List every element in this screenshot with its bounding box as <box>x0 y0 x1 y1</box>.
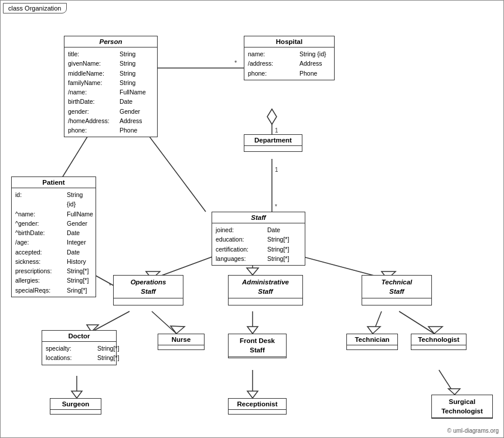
surgeon-class: Surgeon <box>50 398 101 415</box>
administrative-staff-title: Administrative Staff <box>229 276 302 298</box>
department-title: Department <box>244 135 302 146</box>
department-class: Department <box>244 134 302 152</box>
svg-marker-4 <box>267 109 277 124</box>
diagram-title: class Organization <box>3 3 67 13</box>
hospital-title: Hospital <box>244 36 334 47</box>
svg-text:*: * <box>234 59 237 66</box>
surgical-technologist-class: Surgical Technologist <box>431 395 493 419</box>
technologist-title: Technologist <box>411 334 466 345</box>
svg-line-28 <box>399 311 434 334</box>
svg-text:1: 1 <box>275 167 278 173</box>
surgeon-title: Surgeon <box>50 399 101 410</box>
svg-marker-33 <box>247 391 258 398</box>
hospital-class: Hospital name:String {id} /address:Addre… <box>244 36 335 80</box>
nurse-title: Nurse <box>158 334 204 345</box>
person-class: Person title:String givenName:String mid… <box>64 36 158 137</box>
patient-body: id:String {id} ^name:FullName ^gender:Ge… <box>12 188 96 297</box>
front-desk-staff-title: Front Desk Staff <box>229 334 286 357</box>
staff-class: Staff joined:Date education:String[*] ce… <box>212 212 305 266</box>
surgical-technologist-title: Surgical Technologist <box>432 395 492 418</box>
receptionist-class: Receptionist <box>228 398 287 415</box>
doctor-title: Doctor <box>42 331 116 342</box>
technician-class: Technician <box>346 334 398 350</box>
svg-line-22 <box>152 311 176 334</box>
doctor-body: specialty:String[*] locations:String[*] <box>42 342 116 365</box>
svg-marker-25 <box>247 327 258 334</box>
patient-title: Patient <box>12 177 96 188</box>
diagram-container: class Organization * * 1 * 1 * <box>0 0 504 438</box>
operations-staff-title: Operations Staff <box>114 276 183 298</box>
nurse-class: Nurse <box>158 334 205 350</box>
copyright: © uml-diagrams.org <box>447 427 499 434</box>
doctor-class: Doctor specialty:String[*] locations:Str… <box>42 330 117 365</box>
receptionist-title: Receptionist <box>229 399 286 410</box>
front-desk-staff-class: Front Desk Staff <box>228 334 287 358</box>
svg-line-34 <box>439 370 455 395</box>
technician-title: Technician <box>347 334 397 345</box>
svg-marker-23 <box>171 326 185 334</box>
svg-marker-35 <box>448 389 460 395</box>
patient-class: Patient id:String {id} ^name:FullName ^g… <box>11 176 96 297</box>
hospital-body: name:String {id} /address:Address phone:… <box>244 47 334 80</box>
department-body <box>244 146 302 150</box>
svg-marker-17 <box>247 268 258 275</box>
svg-line-20 <box>91 311 130 332</box>
person-body: title:String givenName:String middleName… <box>64 47 157 137</box>
person-title: Person <box>64 36 157 47</box>
technical-staff-title: Technical Staff <box>362 276 431 298</box>
staff-body: joined:Date education:String[*] certific… <box>212 223 305 265</box>
technical-staff-class: Technical Staff <box>362 275 432 305</box>
svg-marker-29 <box>428 327 442 334</box>
technologist-class: Technologist <box>411 334 466 350</box>
administrative-staff-class: Administrative Staff <box>228 275 303 305</box>
svg-marker-27 <box>367 327 380 334</box>
svg-text:*: * <box>275 203 277 210</box>
svg-line-26 <box>373 311 382 334</box>
svg-marker-31 <box>71 391 82 398</box>
staff-title: Staff <box>212 212 305 223</box>
title-label: class Organization <box>8 5 62 12</box>
operations-staff-class: Operations Staff <box>113 275 183 305</box>
svg-text:1: 1 <box>275 127 278 134</box>
svg-text:*: * <box>109 283 111 289</box>
